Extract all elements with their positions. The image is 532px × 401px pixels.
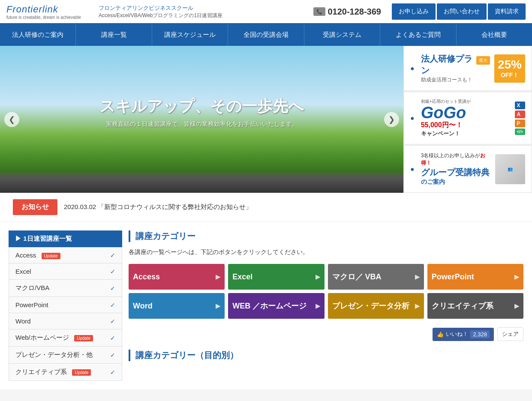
hero-sidebar: ● 法人研修プラン 最大 助成金活用コースも！ 25% OFF！ ● 初級+応用… xyxy=(403,46,532,193)
sidebar-header: ▶ 1日速習講座一覧 xyxy=(9,230,122,247)
promo-3-subtitle: のご案内 xyxy=(421,178,491,186)
apply-button[interactable]: お申し込み xyxy=(392,3,436,20)
cat-btn-access[interactable]: Access ▶ xyxy=(129,264,225,290)
promo-1-subtitle: 助成金活用コースも！ xyxy=(421,76,490,84)
cat-presen-label: プレゼン・データ分析 xyxy=(332,301,409,311)
nav-item-hojin[interactable]: 法人研修のご案内 xyxy=(0,24,76,46)
update-badge-web: Update xyxy=(74,335,93,341)
cat-excel-label: Excel xyxy=(232,272,252,281)
category-grid: Access ▶ Excel ▶ マクロ／ VBA ▶ PowerPoint ▶… xyxy=(129,264,523,319)
cat-creative-label: クリエイティブ系 xyxy=(432,301,493,311)
cat-word-label: Word xyxy=(133,302,153,311)
sidebar-check-macro: ✓ xyxy=(110,285,115,292)
right-content: 講座カテゴリー 各講座の一覧ページへは、下記のボタンをクリックしてください。 A… xyxy=(129,230,523,381)
like-label: いいね！ xyxy=(446,330,468,338)
sidebar-check-presen: ✓ xyxy=(110,352,115,359)
web-icon-badge: </> xyxy=(515,129,525,135)
sidebar-item-macro[interactable]: マクロ/VBA ✓ xyxy=(9,280,122,297)
sidebar-item-web-label: Web/ホームページ Update xyxy=(15,334,93,342)
like-button[interactable]: 👍 いいね！ 2,328 xyxy=(433,328,494,341)
sidebar-check-access: ✓ xyxy=(110,252,115,259)
hero-prev-button[interactable]: ❮ xyxy=(4,112,19,127)
update-badge-creative: Update xyxy=(72,369,91,376)
cat-btn-ppt[interactable]: PowerPoint ▶ xyxy=(427,264,523,290)
sidebar-item-presen[interactable]: プレゼン・データ分析・他 ✓ xyxy=(9,347,122,364)
nav-item-faq[interactable]: よくあるご質問 xyxy=(380,24,456,46)
promo-3-title: グループ受講特典 xyxy=(421,167,491,178)
cat-creative-arrow: ▶ xyxy=(514,302,519,309)
cat-btn-web[interactable]: WEB ／ホームページ ▶ xyxy=(228,293,324,319)
share-button[interactable]: シェア xyxy=(497,327,523,341)
header-info: フロンティアリンクビジネススクール Access/Excel/VBA/Webプロ… xyxy=(99,4,307,19)
phone-icon: 📞 xyxy=(313,7,325,16)
sidebar-item-web[interactable]: Web/ホームページ Update ✓ xyxy=(9,329,122,347)
cat-web-label: WEB ／ホームページ xyxy=(232,301,307,311)
logo-title: Frontierlink xyxy=(6,4,92,15)
group-image: 👥 xyxy=(495,154,525,184)
sidebar-check-ppt: ✓ xyxy=(110,302,115,308)
cat-btn-word[interactable]: Word ▶ xyxy=(129,293,225,319)
site-description: Access/Excel/VBA/Webプログラミングの1日速習講座 xyxy=(99,12,307,19)
hero-banner: ❮ スキルアップ、その一歩先へ 実務直結の１日速習講座で、皆様の業務効率化をお手… xyxy=(0,46,403,193)
nav-item-company[interactable]: 会社概要 xyxy=(457,24,532,46)
promo-card-3[interactable]: ● 3名様以上のお申し込みがお得！ グループ受講特典 のご案内 👥 xyxy=(403,145,532,193)
cat-btn-presen[interactable]: プレゼン・データ分析 ▶ xyxy=(328,293,424,319)
header-buttons: お申し込み お問い合わせ 資料請求 xyxy=(392,3,526,20)
sidebar-item-creative[interactable]: クリエイティブ系 Update ✓ xyxy=(9,364,122,381)
gogo-text: GoGo xyxy=(421,105,511,121)
sidebar-header-label: ▶ 1日速習講座一覧 xyxy=(15,235,72,243)
cat-btn-macro[interactable]: マクロ／ VBA ▶ xyxy=(328,264,424,290)
cat-access-label: Access xyxy=(133,272,160,281)
site-name: フロンティアリンクビジネススクール xyxy=(99,4,307,12)
logo-subtitle: future is creatable, dream is achievable xyxy=(6,15,92,20)
promo-card-2[interactable]: ● 初級+応用のセット受講が GoGo 55,000円〜！ キャンペーン！ X … xyxy=(403,92,532,144)
promo-1-badge: 最大 xyxy=(476,56,490,65)
category-section-desc: 各講座の一覧ページへは、下記のボタンをクリックしてください。 xyxy=(129,248,523,256)
sidebar-item-creative-label: クリエイティブ系 Update xyxy=(15,368,91,376)
sidebar-item-access[interactable]: Access Update ✓ xyxy=(9,247,122,263)
promo-percent: 25% xyxy=(498,58,522,71)
sidebar-item-excel-label: Excel xyxy=(15,268,31,275)
cat-ppt-label: PowerPoint xyxy=(432,272,474,281)
promo-1-text: 法人研修プラン 最大 助成金活用コースも！ xyxy=(421,53,490,84)
promo-1-discount: 25% OFF！ xyxy=(494,54,525,83)
sidebar-item-powerpoint[interactable]: PowerPoint ✓ xyxy=(9,297,122,313)
sidebar-item-presen-label: プレゼン・データ分析・他 xyxy=(15,351,93,359)
main-content: ▶ 1日速習講座一覧 Access Update ✓ Excel ✓ マクロ/V… xyxy=(0,222,532,389)
cat-btn-excel[interactable]: Excel ▶ xyxy=(228,264,324,290)
hero-next-button[interactable]: ❯ xyxy=(384,112,399,127)
ppt-icon-badge: P xyxy=(515,120,525,127)
cat-macro-arrow: ▶ xyxy=(415,273,420,280)
promo-1-title: 法人研修プラン xyxy=(421,53,473,76)
sidebar-item-access-label: Access Update xyxy=(15,251,60,259)
cat-btn-creative[interactable]: クリエイティブ系 ▶ xyxy=(427,293,523,319)
gogo-campaign: キャンペーン！ xyxy=(421,130,511,138)
sidebar-check-creative: ✓ xyxy=(110,369,115,376)
like-bar: 👍 いいね！ 2,328 シェア xyxy=(129,327,523,341)
sidebar-item-excel[interactable]: Excel ✓ xyxy=(9,263,122,280)
promo-2-text: 初級+応用のセット受講が GoGo 55,000円〜！ キャンペーン！ xyxy=(421,99,511,138)
hero-text: スキルアップ、その一歩先へ 実務直結の１日速習講座で、皆様の業務効率化をお手伝い… xyxy=(99,96,304,128)
nav-item-system[interactable]: 受講システム xyxy=(304,24,380,46)
promo-card-1[interactable]: ● 法人研修プラン 最大 助成金活用コースも！ 25% OFF！ xyxy=(403,46,532,91)
logo-area: Frontierlink future is creatable, dream … xyxy=(6,4,92,20)
hero-subtext: 実務直結の１日速習講座で、皆様の業務効率化をお手伝いいたします。 xyxy=(99,120,304,128)
excel-icon-badge: X xyxy=(515,102,525,109)
promo-3-heading: 3名様以上のお申し込みがお得！ xyxy=(421,152,491,167)
cat-word-arrow: ▶ xyxy=(216,302,220,309)
sidebar-item-word[interactable]: Word ✓ xyxy=(9,313,122,329)
news-badge: お知らせ xyxy=(13,199,57,215)
news-bar: お知らせ 2020.03.02 「新型コロナウィルスに関する弊社対応のお知らせ」 xyxy=(0,193,532,222)
sidebar: ▶ 1日速習講座一覧 Access Update ✓ Excel ✓ マクロ/V… xyxy=(9,230,122,381)
nav-item-venue[interactable]: 全国の受講会場 xyxy=(228,24,304,46)
promo-dot-3: ● xyxy=(410,165,415,173)
news-text: 2020.03.02 「新型コロナウィルスに関する弊社対応のお知らせ」 xyxy=(64,203,252,211)
sidebar-check-word: ✓ xyxy=(110,318,115,325)
nav-item-schedule[interactable]: 講座スケジュール xyxy=(152,24,228,46)
contact-button[interactable]: お問い合わせ xyxy=(437,3,487,20)
material-button[interactable]: 資料請求 xyxy=(488,3,526,20)
main-nav: 法人研修のご案内 講座一覧 講座スケジュール 全国の受講会場 受講システム よく… xyxy=(0,24,532,46)
promo-dot-2: ● xyxy=(410,114,415,122)
category-section-title: 講座カテゴリー xyxy=(129,230,523,242)
nav-item-kouza[interactable]: 講座一覧 xyxy=(76,24,152,46)
